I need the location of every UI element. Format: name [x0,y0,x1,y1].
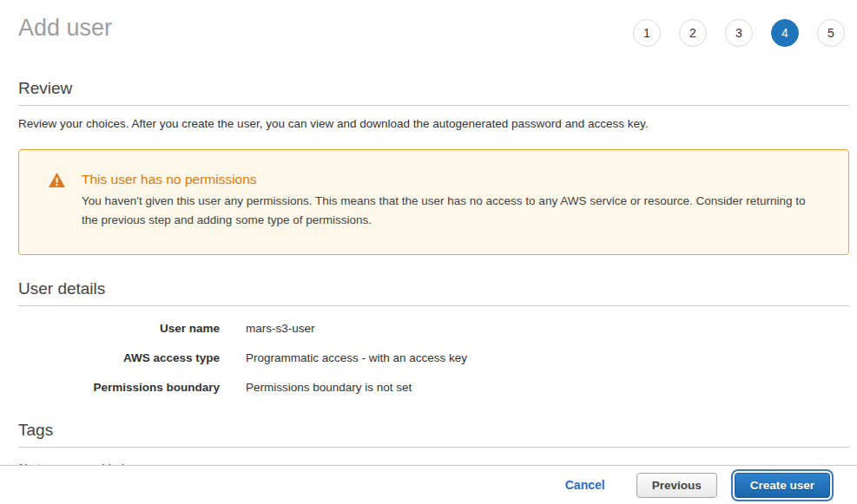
step-indicator: 1 2 3 4 5 [633,19,845,47]
table-row: Permissions boundary Permissions boundar… [18,380,849,395]
user-name-value: mars-s3-user [246,321,315,336]
step-4-active[interactable]: 4 [771,19,799,47]
permissions-boundary-value: Permissions boundary is not set [246,380,412,395]
tags-divider [18,447,849,448]
review-heading: Review [18,78,849,99]
wizard-footer: Cancel Previous Create user [0,465,857,504]
tags-heading: Tags [18,420,849,441]
warning-title: This user has no permissions [82,171,825,188]
step-3[interactable]: 3 [725,19,753,47]
step-5[interactable]: 5 [817,19,845,47]
step-2[interactable]: 2 [679,19,707,47]
cancel-link[interactable]: Cancel [565,478,605,492]
warning-triangle-icon [49,171,82,232]
wizard-body: Review Review your choices. After you cr… [0,78,857,475]
aws-access-type-label: AWS access type [18,350,220,365]
permissions-boundary-label: Permissions boundary [18,380,220,395]
table-row: AWS access type Programmatic access - wi… [18,350,849,365]
user-details-divider [18,305,849,306]
table-row: User name mars-s3-user [18,321,849,336]
review-description: Review your choices. After you create th… [18,116,849,132]
previous-button[interactable]: Previous [636,473,717,498]
user-details-table: User name mars-s3-user AWS access type P… [18,321,849,395]
create-user-button[interactable]: Create user [735,473,830,498]
no-permissions-warning-banner: This user has no permissions You haven't… [18,149,849,255]
user-name-label: User name [18,321,220,336]
warning-text-block: This user has no permissions You haven't… [82,171,825,232]
review-divider [18,105,849,106]
aws-access-type-value: Programmatic access - with an access key [246,350,467,365]
step-1[interactable]: 1 [633,19,661,47]
page-title: Add user [18,13,112,43]
warning-body: You haven't given this user any permissi… [82,192,825,229]
wizard-header: Add user 1 2 3 4 5 [0,0,857,47]
user-details-heading: User details [18,278,849,299]
